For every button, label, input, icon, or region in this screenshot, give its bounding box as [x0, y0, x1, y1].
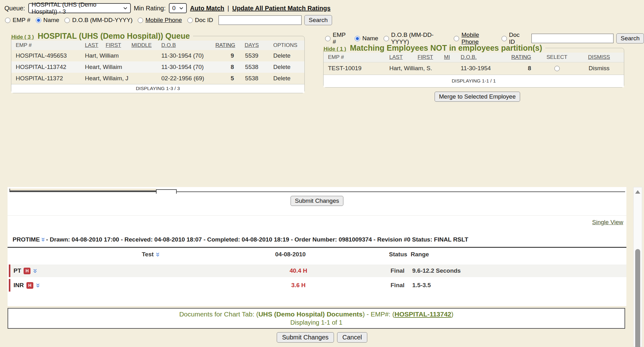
- col-last[interactable]: LAST: [80, 41, 101, 50]
- test-column-header: Test: [142, 251, 154, 258]
- dob-value: 11-30-1954 (70): [157, 50, 215, 61]
- documents-collection: UHS (Demo Hospital) Documents: [258, 310, 363, 318]
- radio-circle-icon: [384, 36, 389, 41]
- radio-circle-icon: [5, 18, 10, 23]
- col-mi[interactable]: MI: [440, 53, 456, 62]
- col-rating[interactable]: RATING: [215, 41, 238, 50]
- update-all-ratings-link[interactable]: Update All Patient Match Ratings: [232, 5, 330, 12]
- lab-result-row: PT H 40.4 H Final 9.6-12.2 Seconds: [9, 265, 626, 277]
- vertical-scrollbar[interactable]: [633, 187, 642, 347]
- radio-name[interactable]: Name: [355, 35, 378, 42]
- radio-circle-icon: [454, 36, 459, 41]
- radio-circle-icon: [138, 18, 143, 23]
- col-first[interactable]: FIRST: [101, 41, 127, 50]
- employee-name: Hart, William: [80, 50, 157, 61]
- matching-employees-table: EMP # LAST FIRST MI D.O.B. RATING SELECT…: [324, 53, 624, 87]
- col-last[interactable]: LAST: [385, 53, 413, 62]
- documents-bar: Documents for Chart Tab: (UHS (Demo Hosp…: [8, 308, 625, 329]
- submit-changes-button[interactable]: Submit Changes: [277, 332, 334, 343]
- submit-changes-button[interactable]: Submit Changes: [291, 196, 343, 206]
- radio-doc-id[interactable]: Doc ID: [187, 17, 213, 24]
- radio-checked-icon: [36, 18, 41, 23]
- chevron-double-down-icon[interactable]: [33, 269, 37, 273]
- horizontal-scrollbar-thumb[interactable]: [156, 189, 177, 194]
- lab-result-row: INR H 3.6 H Final 1.5-3.5: [9, 279, 626, 292]
- hide-queue-link[interactable]: Hide ( 3 ): [11, 34, 34, 40]
- order-header: PROTIME - Drawn: 04-08-2010 17:00 - Rece…: [13, 236, 468, 243]
- scrollbar-thumb[interactable]: [635, 249, 640, 347]
- results-panel: Submit Changes Single View PROTIME - Dra…: [8, 187, 626, 306]
- emp-number-link[interactable]: HOSPITAL-113742: [395, 310, 452, 318]
- col-middle[interactable]: MIDDLE: [127, 41, 157, 50]
- employee-name: Heart, Willaim, J: [80, 73, 157, 84]
- matching-employees-panel: Hide ( 1 ) Matching Employees NOT in emp…: [323, 43, 624, 88]
- search-input[interactable]: [531, 34, 613, 43]
- radio-circle-icon: [325, 36, 330, 41]
- dob-value: 11-30-1954 (70): [157, 61, 215, 73]
- result-value: 3.6 H: [280, 279, 317, 292]
- radio-name[interactable]: Name: [36, 17, 59, 24]
- radio-mobile-phone[interactable]: Mobile Phone: [138, 17, 182, 24]
- high-flag-badge: H: [24, 268, 31, 274]
- queue-select[interactable]: HOSPITAL (UHS (Demo Hospital)) - 3: [28, 3, 131, 13]
- min-rating-value: 0: [172, 5, 176, 12]
- queue-label: Queue:: [4, 5, 25, 12]
- select-employee-radio[interactable]: [554, 66, 560, 71]
- link-separator: |: [227, 5, 229, 12]
- col-days[interactable]: DAYS: [238, 41, 265, 50]
- rating-value: 8: [215, 61, 238, 73]
- scroll-up-arrow-icon[interactable]: [635, 190, 640, 194]
- queue-row: HOSPITAL-11372 Heart, Willaim, J 02-22-1…: [11, 73, 304, 84]
- days-value: 5539: [238, 50, 265, 61]
- search-input[interactable]: [219, 15, 302, 25]
- radio-emp-number[interactable]: EMP #: [5, 17, 31, 24]
- single-view-link[interactable]: Single View: [592, 219, 623, 226]
- range-column-header: Range: [411, 251, 429, 258]
- paging-status: DISPLAYING 1-3 / 3: [11, 84, 304, 93]
- match-row: TEST-10019 Hart, William, S. 11-30-1954 …: [324, 62, 624, 75]
- min-rating-select[interactable]: 0: [169, 3, 187, 13]
- radio-circle-icon: [502, 36, 507, 41]
- paging-status: DISPLAYING 1-1 / 1: [324, 75, 624, 87]
- date-column-header: 04-08-2010: [275, 251, 306, 258]
- frame-divider-line: [9, 191, 625, 192]
- documents-title: Documents for Chart Tab: (UHS (Demo Hosp…: [8, 310, 625, 318]
- auto-match-link[interactable]: Auto Match: [190, 5, 224, 12]
- queue-table: EMP # LAST FIRST MIDDLE D.O.B RATING DAY…: [11, 41, 304, 93]
- cancel-button[interactable]: Cancel: [337, 332, 367, 343]
- result-range: 9.6-12.2 Seconds: [412, 265, 461, 277]
- patient-match-screen: Queue: HOSPITAL (UHS (Demo Hospital)) - …: [0, 0, 644, 347]
- col-first[interactable]: FIRST: [413, 53, 440, 62]
- test-name: PT: [14, 267, 21, 274]
- queue-row: HOSPITAL-495653 Hart, William 11-30-1954…: [11, 50, 304, 61]
- col-rating[interactable]: RATING: [511, 53, 540, 62]
- radio-checked-icon: [355, 36, 360, 41]
- dob-value: 02-22-1956 (69): [157, 73, 215, 84]
- merge-to-selected-button[interactable]: Merge to Selected Employee: [435, 92, 520, 102]
- queue-row: HOSPITAL-113742 Heart, Willaim 11-30-195…: [11, 61, 304, 73]
- delete-link[interactable]: Delete: [265, 61, 304, 73]
- chevron-double-down-icon[interactable]: [156, 252, 160, 257]
- col-dob[interactable]: D.O.B.: [456, 53, 511, 62]
- queue-select-value: HOSPITAL (UHS (Demo Hospital)) - 3: [32, 1, 119, 15]
- chevron-double-down-icon[interactable]: [41, 237, 45, 242]
- col-dob[interactable]: D.O.B: [157, 41, 215, 50]
- chevron-double-down-icon[interactable]: [36, 283, 40, 288]
- radio-dob[interactable]: D.O.B (MM-DD-YYYY): [64, 17, 132, 24]
- employee-name: Heart, Willaim: [80, 61, 157, 73]
- hide-matches-link[interactable]: Hide ( 1 ): [324, 46, 346, 52]
- days-value: 5538: [238, 61, 265, 73]
- dismiss-link[interactable]: Dismiss: [574, 62, 624, 75]
- order-details: - Drawn: 04-08-2010 17:00 - Received: 04…: [46, 236, 469, 243]
- emp-number: HOSPITAL-495653: [11, 50, 80, 61]
- emp-number: TEST-10019: [324, 62, 385, 75]
- search-button[interactable]: Search: [304, 15, 332, 25]
- queue-toolbar: Queue: HOSPITAL (UHS (Demo Hospital)) - …: [4, 3, 330, 13]
- delete-link[interactable]: Delete: [265, 50, 304, 61]
- delete-link[interactable]: Delete: [265, 73, 304, 84]
- col-dismiss[interactable]: DISMISS: [574, 53, 624, 62]
- search-button[interactable]: Search: [616, 33, 644, 43]
- order-name: PROTIME: [13, 236, 40, 243]
- horizontal-scrollbar-track[interactable]: [9, 189, 156, 191]
- result-status: Final: [391, 265, 404, 277]
